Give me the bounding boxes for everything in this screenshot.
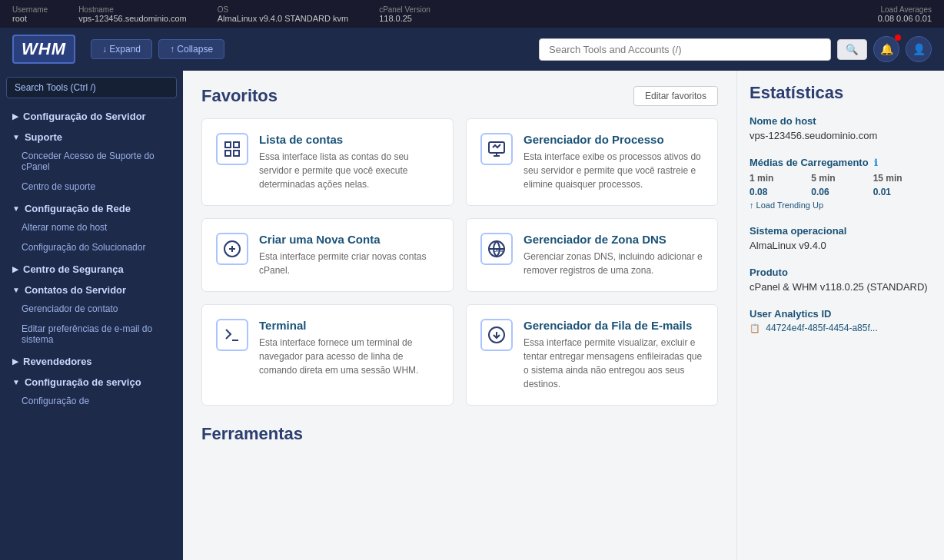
sidebar-item-suporte[interactable]: ▼ Suporte	[0, 125, 183, 146]
card-gerenciador-zona-dns-desc: Gerenciar zonas DNS, incluindo adicionar…	[524, 250, 703, 277]
card-gerenciador-zona-dns-title: Gerenciador de Zona DNS	[524, 233, 703, 246]
sidebar-item-contatos-servidor[interactable]: ▼ Contatos do Servidor	[0, 278, 183, 299]
notifications-button[interactable]: 🔔	[873, 36, 899, 62]
card-terminal[interactable]: Terminal Esta interface fornece um termi…	[201, 304, 454, 406]
bell-icon: 🔔	[880, 43, 893, 55]
card-gerenciador-zona-dns[interactable]: DNS Gerenciador de Zona DNS Gerenciar zo…	[466, 218, 718, 292]
stat-hostname-label: Nome do host	[750, 115, 932, 127]
lista-contas-icon	[216, 133, 248, 165]
card-criar-nova-conta[interactable]: Criar uma Nova Conta Esta interface perm…	[201, 218, 454, 292]
sidebar-item-configuracao-servidor[interactable]: ▶ Configuração do Servidor	[0, 104, 183, 125]
sidebar-item-configuracao-ancora[interactable]: Configuração de	[0, 391, 183, 411]
gerenciador-processo-icon	[480, 133, 513, 165]
card-gerenciador-zona-dns-body: Gerenciador de Zona DNS Gerenciar zonas …	[524, 233, 703, 277]
favorites-grid: Lista de contas Essa interface lista as …	[201, 118, 718, 406]
body-layout: Search Tools (Ctrl /) ▶ Configuração do …	[0, 71, 944, 560]
favorites-header: Favoritos Editar favoritos	[201, 86, 718, 106]
ferramentas-title: Ferramentas	[201, 424, 718, 444]
os-label: OS	[218, 5, 348, 14]
user-button[interactable]: 👤	[906, 36, 932, 62]
card-gerenciador-processo-body: Gerenciador do Processo Esta interface e…	[524, 133, 703, 191]
os-info: OS AlmaLinux v9.4.0 STANDARD kvm	[218, 5, 348, 23]
load-label: Load Averages	[880, 5, 932, 14]
search-icon: 🔍	[846, 44, 859, 55]
gerenciador-zona-dns-icon: DNS	[480, 233, 513, 265]
search-input[interactable]	[549, 44, 821, 55]
sidebar-item-config-solucionador[interactable]: Configuração do Solucionador	[0, 237, 183, 257]
svg-text:DNS: DNS	[494, 248, 504, 253]
sidebar: Search Tools (Ctrl /) ▶ Configuração do …	[0, 71, 183, 560]
sidebar-group-label: Revendedores	[23, 356, 92, 367]
sidebar-search[interactable]: Search Tools (Ctrl /)	[6, 77, 177, 98]
criar-nova-conta-icon	[216, 233, 248, 265]
top-bar: Username root Hostname vps-123456.seudom…	[0, 0, 944, 28]
whm-logo: WHM	[12, 35, 75, 64]
sidebar-item-centro-seguranca[interactable]: ▶ Centro de Segurança	[0, 257, 183, 278]
chevron-down-icon: ▼	[12, 133, 20, 141]
notification-badge	[895, 35, 901, 41]
user-icon: 👤	[912, 43, 926, 55]
sidebar-item-centro-suporte[interactable]: Centro de suporte	[0, 177, 183, 197]
stat-product-value: cPanel & WHM v118.0.25 (STANDARD)	[750, 281, 932, 293]
chevron-right-icon: ▶	[12, 265, 18, 273]
load-15min-value: 0.01	[873, 187, 932, 197]
stat-load-label: Médias de Carregamento ℹ	[750, 157, 932, 168]
card-criar-nova-conta-desc: Esta interface permite criar novas conta…	[259, 250, 439, 277]
chevron-right-icon: ▶	[12, 112, 18, 121]
card-gerenciador-processo[interactable]: Gerenciador do Processo Esta interface e…	[466, 118, 718, 206]
copy-icon: 📋	[750, 323, 760, 333]
card-gerenciador-fila-emails-title: Gerenciador da Fila de E-mails	[524, 319, 703, 332]
sidebar-group-label: Contatos do Servidor	[25, 284, 126, 296]
statistics-title: Estatísticas	[750, 83, 932, 103]
header-icons: 🔔 👤	[873, 36, 932, 62]
load-5min-value: 0.06	[811, 187, 869, 197]
info-icon: ℹ	[874, 157, 878, 168]
username-value: root	[12, 14, 48, 23]
stat-product: Produto cPanel & WHM v118.0.25 (STANDARD…	[750, 267, 932, 293]
header: WHM ↓ Expand ↑ Collapse 🔍 🔔 👤	[0, 28, 944, 71]
sidebar-item-alterar-hostname[interactable]: Alterar nome do host	[0, 217, 183, 237]
chevron-down-icon: ▼	[12, 378, 20, 386]
sidebar-item-gerenciador-contato[interactable]: Gerenciador de contato	[0, 299, 183, 319]
edit-favorites-button[interactable]: Editar favoritos	[633, 86, 718, 106]
search-button[interactable]: 🔍	[837, 39, 867, 60]
card-gerenciador-fila-emails[interactable]: Gerenciador da Fila de E-mails Essa inte…	[466, 304, 718, 406]
sidebar-group-label: Centro de Segurança	[23, 263, 124, 275]
collapse-button[interactable]: ↑ Collapse	[158, 39, 224, 59]
svg-rect-1	[234, 142, 239, 147]
cpanel-info: cPanel Version 118.0.25	[379, 5, 430, 23]
card-lista-contas-desc: Essa interface lista as contas do seu se…	[259, 150, 439, 191]
sidebar-group-label: Suporte	[25, 131, 62, 143]
stat-os-value: AlmaLinux v9.4.0	[750, 240, 932, 251]
card-gerenciador-fila-emails-body: Gerenciador da Fila de E-mails Essa inte…	[524, 319, 703, 391]
stat-analytics: User Analytics ID 📋 44724e4f-485f-4454-a…	[750, 308, 932, 333]
load-values: 0.08 0.06 0.01	[878, 14, 932, 23]
card-criar-nova-conta-title: Criar uma Nova Conta	[259, 233, 439, 246]
stat-hostname: Nome do host vps-123456.seudominio.com	[750, 115, 932, 141]
load-trend-link[interactable]: ↑ Load Trending Up	[750, 200, 932, 210]
ferramentas-section: Ferramentas	[201, 424, 718, 444]
search-box[interactable]	[539, 38, 831, 61]
hostname-label: Hostname	[78, 5, 187, 14]
expand-button[interactable]: ↓ Expand	[91, 39, 152, 59]
stat-os: Sistema operacional AlmaLinux v9.4.0	[750, 225, 932, 251]
stat-analytics-value: 📋 44724e4f-485f-4454-a85f...	[750, 323, 932, 333]
sidebar-item-config-rede[interactable]: ▼ Configuração de Rede	[0, 197, 183, 217]
card-terminal-title: Terminal	[259, 319, 439, 332]
card-lista-contas[interactable]: Lista de contas Essa interface lista as …	[201, 118, 454, 206]
load-grid: 1 min 5 min 15 min 0.08 0.06 0.01	[750, 173, 932, 197]
sidebar-item-editar-preferencias[interactable]: Editar preferências de e-mail do sistema	[0, 319, 183, 350]
card-lista-contas-body: Lista de contas Essa interface lista as …	[259, 133, 439, 191]
os-value: AlmaLinux v9.4.0 STANDARD kvm	[218, 14, 348, 23]
chevron-down-icon: ▼	[12, 286, 20, 294]
card-gerenciador-processo-desc: Esta interface exibe os processos ativos…	[524, 150, 703, 191]
sidebar-group-label: Configuração do Servidor	[23, 111, 146, 122]
terminal-icon	[216, 319, 248, 351]
sidebar-item-config-servico[interactable]: ▼ Configuração de serviço	[0, 370, 183, 391]
sidebar-item-revendedores[interactable]: ▶ Revendedores	[0, 350, 183, 370]
sidebar-item-conceder-acesso[interactable]: Conceder Acesso de Suporte do cPanel	[0, 146, 183, 177]
favorites-title: Favoritos	[201, 86, 278, 106]
card-lista-contas-title: Lista de contas	[259, 133, 439, 146]
card-criar-nova-conta-body: Criar uma Nova Conta Esta interface perm…	[259, 233, 439, 277]
chevron-down-icon: ▼	[12, 204, 20, 213]
